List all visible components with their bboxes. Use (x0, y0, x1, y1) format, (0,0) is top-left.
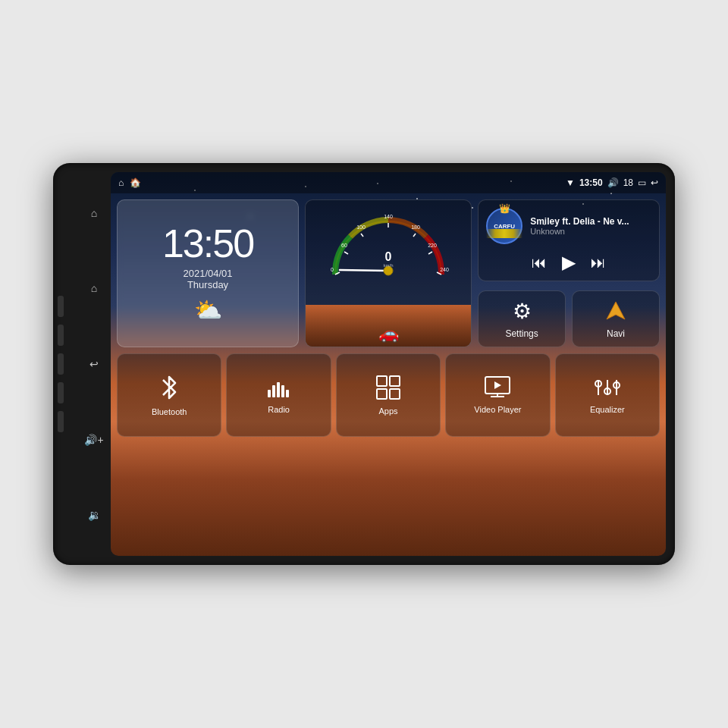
status-bar: ⌂ 🏠 ▼ 13:50 🔊 18 ▭ ↩ (111, 172, 666, 193)
svg-rect-19 (268, 390, 271, 397)
svg-text:km/h: km/h (384, 263, 394, 268)
vol-down-icon[interactable]: 🔉 (88, 509, 101, 521)
back-status-icon[interactable]: ↩ (651, 177, 658, 188)
svg-rect-21 (277, 382, 280, 397)
svg-text:220: 220 (428, 243, 437, 248)
svg-line-1 (344, 252, 348, 254)
svg-line-2 (361, 234, 363, 237)
radio-label: Radio (268, 405, 290, 414)
side-buttons (53, 296, 68, 432)
equalizer-button[interactable]: Equalizer (555, 353, 660, 437)
road-scene: 🚗 (306, 305, 471, 347)
svg-text:140: 140 (384, 214, 393, 219)
svg-marker-29 (494, 381, 501, 389)
svg-rect-22 (281, 385, 284, 397)
clock-date: 2021/04/01 (183, 268, 232, 279)
music-controls: ⏮ ▶ ⏭ (486, 252, 651, 273)
play-button[interactable]: ▶ (562, 252, 576, 273)
wifi-icon: ▼ (566, 177, 575, 188)
video-player-icon (485, 376, 510, 399)
volume-level: 18 (623, 177, 633, 188)
bluetooth-label: Bluetooth (152, 407, 187, 416)
svg-line-5 (428, 252, 432, 254)
back-button[interactable] (58, 353, 64, 375)
svg-text:240: 240 (440, 267, 449, 272)
music-widget: 👑 CARFU Smiley ft. Delia - Ne v... Unkno… (478, 199, 660, 281)
apps-button[interactable]: Apps (336, 353, 441, 437)
music-title: Smiley ft. Delia - Ne v... (530, 216, 651, 227)
equalizer-icon (594, 376, 621, 399)
car-head-unit: ⌂ ⌂ ↩ 🔊+ 🔉 ⌂ 🏠 ▼ (53, 163, 675, 565)
music-info: Smiley ft. Delia - Ne v... Unknown (530, 216, 651, 236)
vol-down-button[interactable] (58, 411, 64, 432)
svg-marker-18 (607, 302, 625, 319)
recent-status-icon[interactable]: 🏠 (130, 177, 141, 188)
home-icon[interactable]: ⌂ (91, 207, 97, 219)
svg-text:60: 60 (341, 243, 347, 248)
top-row: 13:50 2021/04/01 Thursday ⛅ (117, 199, 660, 347)
speedometer-widget: 0 60 100 140 180 220 240 0 (305, 199, 472, 347)
svg-rect-23 (286, 390, 289, 397)
video-player-button[interactable]: Video Player (445, 353, 550, 437)
settings-label: Settings (505, 328, 538, 339)
navi-label: Navi (607, 328, 625, 339)
clock-time: 13:50 (162, 224, 253, 263)
settings-icon: ⚙ (513, 299, 532, 324)
main-content: 13:50 2021/04/01 Thursday ⛅ (111, 193, 666, 556)
svg-line-14 (340, 270, 388, 271)
status-right: ▼ 13:50 🔊 18 ▭ ↩ (566, 177, 658, 188)
clock-day: Thursday (187, 279, 228, 290)
svg-text:0: 0 (331, 267, 334, 272)
bottom-row: Bluetooth Radio (117, 353, 660, 437)
prev-button[interactable]: ⏮ (532, 254, 547, 271)
navi-icon (604, 300, 628, 324)
home-status-icon[interactable]: ⌂ (118, 177, 124, 188)
car-icon: 🚗 (378, 324, 399, 344)
volume-icon: 🔊 (607, 177, 619, 188)
battery-icon: ▭ (638, 177, 646, 188)
weather-icon: ⛅ (194, 297, 222, 323)
equalizer-label: Equalizer (590, 405, 625, 414)
bluetooth-icon (157, 374, 181, 401)
home-button[interactable] (58, 325, 64, 346)
svg-line-4 (413, 234, 416, 237)
next-button[interactable]: ⏭ (591, 254, 606, 271)
left-panel: ⌂ ⌂ ↩ 🔊+ 🔉 (83, 172, 105, 556)
apps-icon (375, 375, 401, 400)
svg-rect-26 (377, 389, 387, 399)
screen: ⌂ 🏠 ▼ 13:50 🔊 18 ▭ ↩ 13:50 2021/04/01 Th… (111, 172, 666, 556)
right-column: 👑 CARFU Smiley ft. Delia - Ne v... Unkno… (478, 199, 660, 347)
navi-card[interactable]: Navi (572, 290, 660, 347)
music-artist: Unknown (530, 227, 651, 236)
svg-rect-20 (272, 385, 275, 397)
power-button[interactable] (58, 296, 64, 317)
back-icon[interactable]: ↩ (89, 358, 99, 370)
svg-rect-24 (377, 376, 387, 386)
status-left: ⌂ 🏠 (118, 177, 141, 188)
nav-icon[interactable]: ⌂ (91, 282, 97, 294)
music-ribbon (486, 229, 522, 238)
bluetooth-button[interactable]: Bluetooth (117, 353, 221, 437)
svg-text:180: 180 (411, 224, 420, 230)
crown-badge: 👑 (499, 203, 510, 214)
svg-rect-25 (390, 376, 400, 386)
music-logo-wrap: 👑 CARFU (486, 208, 522, 244)
settings-navi-row: ⚙ Settings Navi (478, 290, 660, 347)
apps-label: Apps (378, 406, 397, 416)
speedometer-gauge: 0 60 100 140 180 220 240 0 (328, 206, 449, 282)
vol-up-button[interactable] (58, 382, 64, 403)
video-player-label: Video Player (474, 405, 521, 414)
vol-up-icon[interactable]: 🔊+ (84, 434, 103, 446)
status-time: 13:50 (579, 177, 603, 188)
svg-text:100: 100 (356, 224, 366, 230)
svg-text:0: 0 (385, 250, 392, 263)
svg-rect-27 (390, 389, 400, 399)
radio-icon (266, 376, 292, 399)
music-top: 👑 CARFU Smiley ft. Delia - Ne v... Unkno… (486, 208, 651, 244)
settings-card[interactable]: ⚙ Settings (478, 290, 566, 347)
radio-button[interactable]: Radio (226, 353, 331, 437)
clock-widget: 13:50 2021/04/01 Thursday ⛅ (117, 199, 299, 347)
